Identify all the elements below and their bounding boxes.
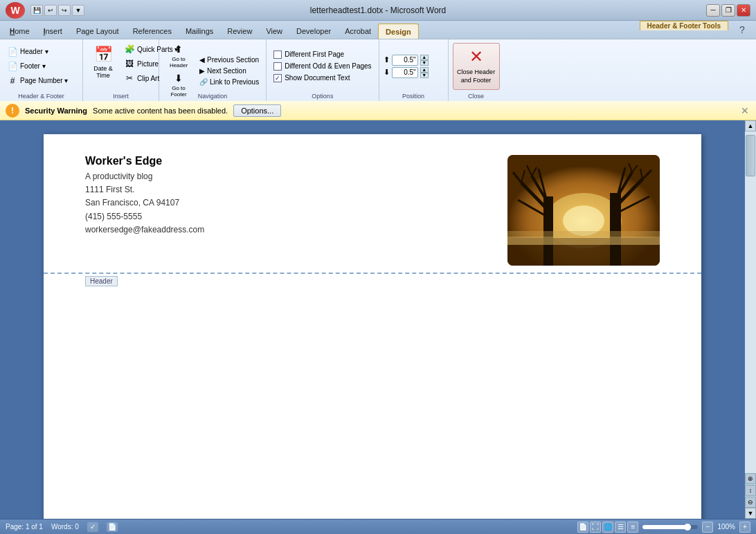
side-icon-2[interactable]: ↕ (745, 485, 756, 496)
zoom-thumb[interactable] (684, 524, 691, 531)
side-icons: ⊕ ↕ ⊖ (745, 473, 756, 508)
header-btn[interactable]: 📄 Header ▾ (4, 45, 71, 59)
proofing-icon[interactable]: ✓ (87, 522, 98, 532)
group-position: ⬆ ▲ ▼ ⬇ ▲ ▼ (379, 39, 449, 101)
header-label: Header ▾ (20, 48, 48, 55)
options-col: Different First Page Different Odd & Eve… (271, 49, 374, 84)
tab-mailings[interactable]: Mailings (179, 24, 220, 39)
page-number-label: Page Number ▾ (20, 77, 68, 84)
prev-section-label: Previous Section (207, 56, 259, 64)
full-screen-btn[interactable]: ⛶ (590, 522, 601, 533)
footer-pos-spinner: ▲ ▼ (420, 67, 429, 78)
scroll-up-btn[interactable]: ▲ (745, 120, 756, 131)
show-doc-text-item[interactable]: Show Document Text (271, 73, 374, 84)
doc-scroll[interactable]: Worker's Edge A productivity blog 1111 F… (0, 120, 745, 519)
doc-header[interactable]: Worker's Edge A productivity blog 1111 F… (44, 134, 701, 274)
security-title: Security Warning (25, 107, 87, 115)
link-prev-icon: 🔗 (199, 78, 208, 86)
custom-qa-btn[interactable]: ▼ (72, 5, 84, 16)
link-to-prev-label: Link to Previous (210, 78, 259, 86)
prev-section-btn[interactable]: ◀ Previous Section (197, 55, 262, 65)
redo-qa-btn[interactable]: ↪ (58, 5, 71, 16)
clip-art-icon: ✂ (124, 73, 135, 84)
picture-label: Picture (137, 60, 159, 68)
words-info: Words: 0 (51, 523, 79, 531)
restore-btn[interactable]: ❐ (721, 4, 735, 17)
company-name: Worker's Edge (85, 155, 494, 167)
tab-developer[interactable]: Developer (289, 24, 338, 39)
close-group-label: Close (449, 93, 504, 100)
clip-art-label: Clip Art (137, 75, 159, 82)
print-layout-btn[interactable]: 📄 (577, 522, 588, 533)
diff-odd-even-checkbox[interactable] (273, 62, 282, 71)
header-pos-down[interactable]: ▼ (420, 60, 429, 66)
close-hf-btn[interactable]: ✕ Close Headerand Footer (453, 43, 500, 90)
show-doc-text-checkbox[interactable] (273, 74, 282, 82)
title-bar-left: W 💾 ↩ ↪ ▼ (6, 2, 84, 19)
quick-parts-icon: 🧩 (124, 44, 135, 55)
outline-btn[interactable]: ☰ (615, 522, 626, 533)
group-header-footer: 📄 Header ▾ 📄 Footer ▾ # Page Number ▾ He… (0, 39, 83, 101)
footer-pos-down[interactable]: ▼ (420, 73, 429, 78)
hf-buttons-col: 📄 Header ▾ 📄 Footer ▾ # Page Number ▾ (4, 45, 71, 88)
nav-group-content: ⬆ Go toHeader ⬇ Go toFooter ◀ Previous S… (163, 42, 262, 116)
security-icon: ! (6, 104, 19, 118)
undo-qa-btn[interactable]: ↩ (44, 5, 57, 16)
close-hf-icon: ✕ (469, 47, 483, 66)
zoom-track[interactable] (642, 525, 698, 529)
zoom-out-btn[interactable]: − (702, 522, 713, 533)
tab-acrobat[interactable]: Acrobat (338, 24, 378, 39)
office-button[interactable]: W (6, 2, 25, 19)
scroll-down-btn[interactable]: ▼ (745, 508, 756, 519)
goto-header-btn[interactable]: ⬆ Go toHeader (163, 42, 194, 70)
date-time-btn[interactable]: 📅 Date &Time (87, 42, 119, 82)
tab-design[interactable]: Design (378, 24, 419, 39)
tab-home[interactable]: Home (3, 24, 37, 39)
close-hf-label: Close Headerand Footer (457, 68, 495, 84)
doc-body[interactable] (44, 274, 701, 519)
goto-footer-icon: ⬇ (174, 73, 183, 84)
insert-group-label: Insert (83, 93, 159, 100)
tab-insert[interactable]: Insert (37, 24, 69, 39)
header-icon: 📄 (7, 46, 18, 57)
scroll-thumb[interactable] (746, 135, 755, 176)
title-bar: W 💾 ↩ ↪ ▼ letterheadtest1.dotx - Microso… (0, 0, 756, 21)
save-qa-btn[interactable]: 💾 (30, 5, 43, 16)
tab-view[interactable]: View (259, 24, 289, 39)
zoom-level: 100% (717, 523, 735, 531)
v-scrollbar: ▲ ⊕ ↕ ⊖ ▼ (745, 120, 756, 519)
page-number-btn[interactable]: # Page Number ▾ (4, 74, 71, 88)
link-to-prev-btn[interactable]: 🔗 Link to Previous (197, 77, 262, 87)
header-pos-input[interactable] (392, 55, 418, 66)
next-section-btn[interactable]: ▶ Next Section (197, 66, 262, 76)
diff-first-page-label: Different First Page (285, 50, 344, 58)
ribbon-body: 📄 Header ▾ 📄 Footer ▾ # Page Number ▾ He… (0, 39, 756, 101)
close-btn[interactable]: ✕ (737, 4, 750, 17)
goto-header-label: Go toHeader (170, 56, 188, 68)
side-icon-3[interactable]: ⊖ (745, 497, 756, 508)
diff-first-page-item[interactable]: Different First Page (271, 49, 374, 60)
web-layout-btn[interactable]: 🌐 (602, 522, 613, 533)
address1-line: 1111 First St. (85, 183, 494, 196)
doc-area: Worker's Edge A productivity blog 1111 F… (0, 120, 756, 519)
header-pos-up[interactable]: ▲ (420, 55, 429, 60)
diff-first-page-checkbox[interactable] (273, 50, 282, 59)
help-btn[interactable]: ? (728, 21, 756, 39)
footer-pos-up[interactable]: ▲ (420, 67, 429, 73)
nav-col: ◀ Previous Section ▶ Next Section 🔗 Link… (197, 55, 262, 87)
macro-icon[interactable]: 📄 (107, 522, 118, 532)
footer-pos-input[interactable] (392, 67, 418, 78)
prev-section-icon: ◀ (199, 56, 205, 64)
tab-page-layout[interactable]: Page Layout (69, 24, 126, 39)
tab-references[interactable]: References (126, 24, 179, 39)
side-icon-1[interactable]: ⊕ (745, 473, 756, 484)
diff-odd-even-label: Different Odd & Even Pages (285, 62, 371, 70)
security-close-btn[interactable]: ✕ (739, 105, 750, 116)
footer-btn[interactable]: 📄 Footer ▾ (4, 59, 71, 73)
zoom-in-btn[interactable]: + (739, 522, 750, 533)
draft-btn[interactable]: ≡ (627, 522, 638, 533)
diff-odd-even-item[interactable]: Different Odd & Even Pages (271, 61, 374, 72)
minimize-btn[interactable]: ─ (706, 4, 720, 17)
scroll-track[interactable] (745, 131, 756, 473)
tab-review[interactable]: Review (220, 24, 259, 39)
